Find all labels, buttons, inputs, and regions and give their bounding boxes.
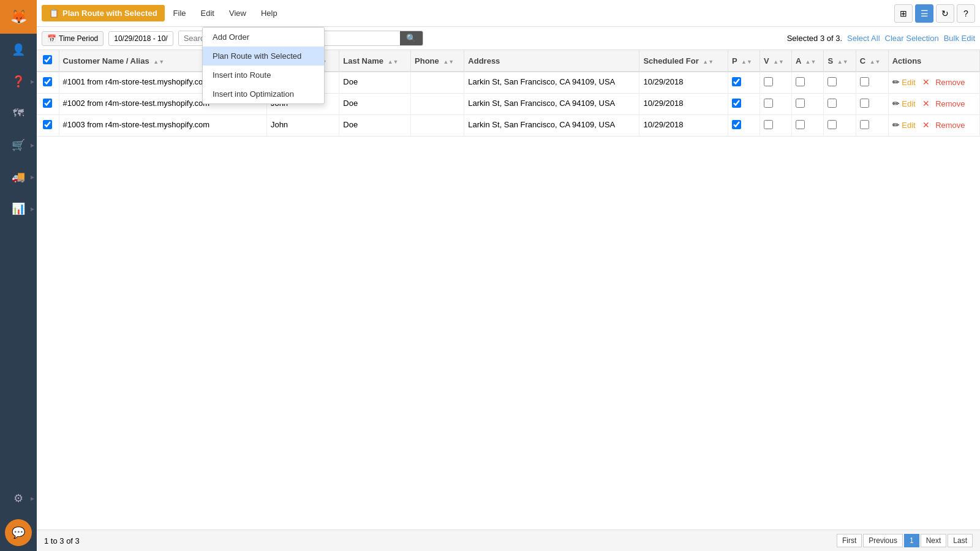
p-cell[interactable] (728, 72, 760, 94)
s-cell[interactable] (824, 94, 856, 115)
sidebar-item-settings[interactable]: ⚙ ▶ (0, 482, 37, 514)
last-name-sort-icon[interactable]: ▲▼ (388, 59, 399, 65)
remove-link[interactable]: Remove (935, 121, 965, 130)
p-checkbox[interactable] (732, 99, 741, 108)
s-cell[interactable] (824, 115, 856, 137)
scheduled-header: Scheduled For ▲▼ (639, 50, 728, 72)
s-cell[interactable] (824, 72, 856, 94)
insert-route-item[interactable]: Insert into Route (203, 66, 324, 84)
main-content: 📋 Plan Route with Selected File Edit Vie… (37, 0, 980, 551)
time-period-button[interactable]: 📅 Time Period (42, 31, 104, 46)
grid-view-button[interactable]: ⊞ (894, 4, 913, 23)
v-sort-icon[interactable]: ▲▼ (773, 59, 784, 65)
a-checkbox[interactable] (796, 120, 805, 129)
sidebar-item-help[interactable]: ❓ ▶ (0, 66, 37, 97)
v-checkbox[interactable] (764, 77, 773, 86)
table-row: #1002 from r4m-store-test.myshopify.com … (37, 94, 980, 115)
c-checkbox[interactable] (860, 77, 869, 86)
row-checkbox-cell[interactable] (37, 72, 59, 94)
bulk-edit-link[interactable]: Bulk Edit (944, 34, 975, 43)
table-row: #1003 from r4m-store-test.myshopify.com … (37, 115, 980, 137)
insert-optimization-item[interactable]: Insert into Optimization (203, 84, 324, 103)
select-all-checkbox-header[interactable] (37, 50, 59, 72)
file-menu[interactable]: File (167, 5, 192, 21)
a-checkbox[interactable] (796, 99, 805, 108)
s-checkbox[interactable] (827, 99, 837, 108)
last-name-cell: Doe (339, 94, 411, 115)
edit-link[interactable]: Edit (902, 78, 915, 87)
v-cell[interactable] (760, 115, 791, 137)
chat-button[interactable]: 💬 (5, 519, 32, 546)
orders-icon: 🛒 (12, 138, 25, 152)
topbar-icons: ⊞ ☰ ↻ ? (894, 4, 975, 23)
time-period-value: 10/29/2018 - 10/ (108, 31, 173, 46)
a-sort-icon[interactable]: ▲▼ (805, 59, 816, 65)
file-dropdown-menu: Add Order Plan Route with Selected Inser… (202, 27, 325, 104)
p-checkbox[interactable] (732, 77, 741, 86)
s-header: S ▲▼ (824, 50, 856, 72)
c-checkbox[interactable] (860, 99, 869, 108)
help-button[interactable]: ? (957, 4, 975, 23)
v-cell[interactable] (760, 94, 791, 115)
sidebar-item-routes[interactable]: 🗺 (0, 97, 37, 129)
select-all-link[interactable]: Select All (847, 34, 880, 43)
orders-table: Customer Name / Alias ▲▼ First Name ▲▼ L… (37, 50, 980, 137)
clear-selection-link[interactable]: Clear Selection (885, 34, 939, 43)
selection-info: Selected 3 of 3. Select All Clear Select… (787, 34, 975, 43)
edit-link[interactable]: Edit (902, 121, 915, 130)
c-checkbox[interactable] (860, 120, 869, 129)
s-checkbox[interactable] (827, 120, 837, 129)
a-cell[interactable] (792, 72, 824, 94)
s-checkbox[interactable] (827, 77, 837, 86)
search-button[interactable]: 🔍 (400, 31, 423, 45)
edit-menu[interactable]: Edit (195, 5, 221, 21)
p-checkbox[interactable] (732, 120, 741, 129)
customer-sort-icon[interactable]: ▲▼ (153, 59, 164, 65)
c-cell[interactable] (856, 72, 888, 94)
a-checkbox[interactable] (796, 77, 805, 86)
page-1-button[interactable]: 1 (904, 534, 919, 547)
previous-page-button[interactable]: Previous (863, 534, 903, 547)
scheduled-sort-icon[interactable]: ▲▼ (703, 59, 714, 65)
row-checkbox[interactable] (43, 77, 52, 86)
v-checkbox[interactable] (764, 99, 773, 108)
remove-link[interactable]: Remove (935, 78, 965, 87)
last-name-cell: Doe (339, 72, 411, 94)
next-page-button[interactable]: Next (921, 534, 947, 547)
a-cell[interactable] (792, 94, 824, 115)
edit-link[interactable]: Edit (902, 99, 915, 108)
s-sort-icon[interactable]: ▲▼ (837, 59, 848, 65)
sidebar-item-fleet[interactable]: 🚚 ▶ (0, 161, 37, 193)
header-checkbox[interactable] (43, 55, 52, 64)
row-checkbox[interactable] (43, 99, 52, 108)
row-checkbox[interactable] (43, 120, 52, 129)
sidebar-item-reports[interactable]: 📊 ▶ (0, 193, 37, 225)
view-menu[interactable]: View (223, 5, 252, 21)
list-view-button[interactable]: ☰ (915, 4, 933, 23)
address-cell: Larkin St, San Francisco, CA 94109, USA (464, 115, 639, 137)
last-page-button[interactable]: Last (948, 534, 973, 547)
a-cell[interactable] (792, 115, 824, 137)
c-cell[interactable] (856, 94, 888, 115)
v-cell[interactable] (760, 72, 791, 94)
v-checkbox[interactable] (764, 120, 773, 129)
plan-route-item[interactable]: Plan Route with Selected (203, 47, 324, 66)
phone-sort-icon[interactable]: ▲▼ (443, 59, 454, 65)
actions-cell: ✏ Edit ✕ Remove (888, 115, 979, 137)
row-checkbox-cell[interactable] (37, 94, 59, 115)
p-sort-icon[interactable]: ▲▼ (741, 59, 752, 65)
p-cell[interactable] (728, 115, 760, 137)
row-checkbox-cell[interactable] (37, 115, 59, 137)
sidebar-logo[interactable]: 🦊 (0, 0, 37, 34)
c-cell[interactable] (856, 115, 888, 137)
help-menu[interactable]: Help (255, 5, 284, 21)
first-page-button[interactable]: First (837, 534, 862, 547)
p-cell[interactable] (728, 94, 760, 115)
add-order-item[interactable]: Add Order (203, 28, 324, 47)
sidebar-item-users[interactable]: 👤 (0, 34, 37, 66)
refresh-button[interactable]: ↻ (936, 4, 954, 23)
c-sort-icon[interactable]: ▲▼ (870, 59, 881, 65)
remove-link[interactable]: Remove (935, 99, 965, 108)
plan-route-button[interactable]: 📋 Plan Route with Selected (42, 5, 165, 21)
sidebar-item-orders[interactable]: 🛒 ▶ (0, 129, 37, 161)
